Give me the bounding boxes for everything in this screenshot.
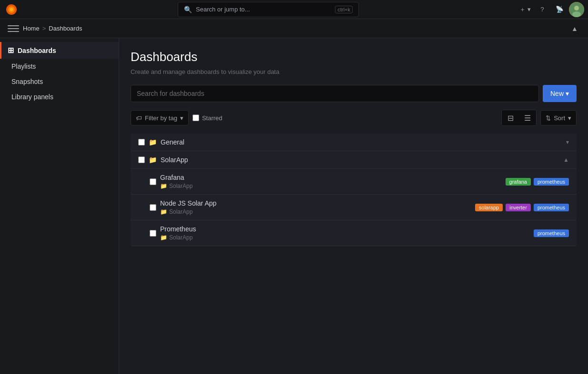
item-nodejs-solar-tags: solarapp inverter prometheus [475, 204, 569, 211]
dashboard-item-grafana[interactable]: Grafana 📁 SolarApp grafana prometheus [131, 169, 577, 195]
filter-tag-chevron: ▾ [180, 114, 183, 122]
folder-solarapp-chevron: ▲ [563, 156, 569, 163]
folder-solarapp-name: SolarApp [161, 156, 559, 164]
filter-by-tag-button[interactable]: 🏷 Filter by tag ▾ [131, 110, 189, 125]
item-nodejs-solar-name: Node JS Solar App [160, 199, 471, 207]
sort-label: Sort [554, 114, 565, 122]
collapse-button[interactable]: ▲ [569, 23, 580, 34]
item-grafana-tags: grafana prometheus [506, 178, 569, 186]
item-grafana-checkbox[interactable] [150, 178, 156, 185]
help-button[interactable]: ? [535, 2, 550, 17]
filter-tag-label: Filter by tag [145, 114, 177, 122]
sort-chevron: ▾ [568, 114, 571, 122]
svg-point-2 [10, 8, 13, 11]
view-list-button[interactable]: ☰ [519, 110, 536, 125]
folder-solarapp[interactable]: 📁 SolarApp ▲ [131, 151, 577, 169]
sidebar: ⊞ Dashboards Playlists Snapshots Library… [0, 38, 119, 374]
item-grafana-info: Grafana 📁 SolarApp [160, 174, 502, 189]
folder-general-name: General [161, 138, 562, 146]
plus-icon: ＋ ▾ [519, 5, 531, 14]
breadcrumb-current: Dashboards [49, 25, 82, 32]
search-icon: 🔍 [184, 6, 192, 13]
starred-checkbox[interactable] [193, 114, 199, 121]
item-prometheus-folder-name: SolarApp [169, 234, 193, 241]
new-button[interactable]: New ▾ [543, 85, 577, 102]
item-prometheus-info: Prometheus 📁 SolarApp [160, 225, 530, 241]
breadcrumb-home[interactable]: Home [23, 25, 40, 32]
tag-prometheus-item[interactable]: prometheus [534, 229, 569, 237]
item-nodejs-folder-name: SolarApp [169, 208, 193, 215]
folder-solarapp-icon: 📁 [149, 156, 157, 164]
topbar-actions: ＋ ▾ ? 📡 [517, 2, 584, 17]
folder-view-icon: ⊟ [507, 114, 514, 123]
item-nodejs-folder-icon: 📁 [160, 208, 167, 215]
item-nodejs-solar-location: 📁 SolarApp [160, 208, 471, 215]
item-prometheus-tags: prometheus [534, 229, 569, 237]
news-button[interactable]: 📡 [552, 2, 567, 17]
folder-general-chevron: ▾ [566, 139, 569, 145]
dashboard-item-nodejs-solar[interactable]: Node JS Solar App 📁 SolarApp solarapp in… [131, 195, 577, 220]
folder-general-icon: 📁 [149, 138, 157, 146]
dashboard-item-prometheus[interactable]: Prometheus 📁 SolarApp prometheus [131, 220, 577, 246]
item-prometheus-checkbox[interactable] [150, 230, 156, 237]
folder-solarapp-checkbox[interactable] [138, 156, 145, 163]
add-button[interactable]: ＋ ▾ [517, 2, 533, 17]
item-grafana-name: Grafana [160, 174, 502, 181]
item-grafana-location: 📁 SolarApp [160, 183, 502, 189]
search-box[interactable]: 🔍 Search or jump to... ctrl+k [178, 2, 359, 17]
tag-solarapp[interactable]: solarapp [475, 204, 503, 211]
sort-icon: ⇅ [546, 114, 551, 122]
new-button-chevron: ▾ [566, 90, 569, 97]
search-placeholder-text: Search or jump to... [196, 6, 331, 13]
item-nodejs-solar-info: Node JS Solar App 📁 SolarApp [160, 199, 471, 215]
search-shortcut: ctrl+k [335, 6, 353, 13]
starred-label: Starred [202, 114, 223, 122]
tag-prometheus-grafana[interactable]: prometheus [534, 178, 569, 186]
breadcrumb-bar: Home > Dashboards ▲ [0, 19, 588, 38]
sort-button[interactable]: ⇅ Sort ▾ [540, 110, 577, 125]
grafana-logo[interactable] [4, 2, 19, 17]
dashboard-list: 📁 General ▾ 📁 SolarApp ▲ Grafana 📁 Solar… [131, 134, 577, 246]
folder-general-checkbox[interactable] [138, 139, 145, 145]
item-grafana-folder-name: SolarApp [169, 183, 193, 189]
item-prometheus-name: Prometheus [160, 225, 530, 233]
sidebar-item-snapshots-label: Snapshots [11, 78, 43, 85]
user-avatar[interactable] [569, 2, 584, 17]
svg-point-5 [572, 11, 581, 17]
sidebar-item-library-panels-label: Library panels [11, 93, 53, 101]
item-prometheus-location: 📁 SolarApp [160, 234, 530, 241]
breadcrumb-separator: > [42, 25, 46, 32]
help-icon: ? [540, 6, 544, 13]
sidebar-item-library-panels[interactable]: Library panels [0, 89, 119, 104]
svg-point-4 [574, 6, 579, 10]
starred-checkbox-label[interactable]: Starred [193, 114, 223, 122]
sidebar-item-dashboards-label: Dashboards [18, 47, 56, 54]
view-toggle: ⊟ ☰ [501, 110, 537, 126]
dashboards-icon: ⊞ [8, 46, 14, 55]
news-icon: 📡 [556, 6, 564, 13]
item-nodejs-solar-checkbox[interactable] [150, 204, 156, 211]
sidebar-item-snapshots[interactable]: Snapshots [0, 74, 119, 89]
list-view-icon: ☰ [524, 114, 531, 123]
topbar: 🔍 Search or jump to... ctrl+k ＋ ▾ ? 📡 [0, 0, 588, 19]
tag-inverter[interactable]: inverter [506, 204, 531, 211]
view-folder-button[interactable]: ⊟ [502, 110, 519, 125]
hamburger-menu[interactable] [8, 23, 19, 34]
page-title: Dashboards [131, 50, 577, 64]
filter-row: 🏷 Filter by tag ▾ Starred ⊟ ☰ ⇅ Sort ▾ [131, 110, 577, 126]
tag-prometheus-nodejs[interactable]: prometheus [534, 204, 569, 211]
dashboard-search-input[interactable] [131, 85, 539, 102]
sidebar-item-dashboards[interactable]: ⊞ Dashboards [0, 42, 119, 59]
search-row: New ▾ [131, 85, 577, 102]
sidebar-item-playlists-label: Playlists [11, 62, 36, 70]
main-layout: ⊞ Dashboards Playlists Snapshots Library… [0, 38, 588, 374]
topbar-search-area: 🔍 Search or jump to... ctrl+k [23, 2, 514, 17]
item-prometheus-folder-icon: 📁 [160, 234, 167, 241]
tag-grafana[interactable]: grafana [506, 178, 531, 186]
folder-general[interactable]: 📁 General ▾ [131, 134, 577, 151]
breadcrumb: Home > Dashboards [23, 25, 82, 32]
item-grafana-folder-icon: 📁 [160, 183, 167, 189]
content-area: Dashboards Create and manage dashboards … [119, 38, 588, 374]
sidebar-item-playlists[interactable]: Playlists [0, 59, 119, 74]
page-subtitle: Create and manage dashboards to visualiz… [131, 68, 577, 75]
